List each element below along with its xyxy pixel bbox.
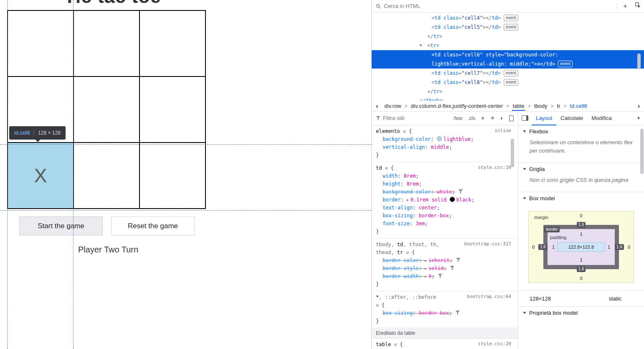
- board-cell[interactable]: [139, 76, 205, 143]
- css-declaration[interactable]: font-size: 3em;: [372, 220, 518, 228]
- breadcrumb-item[interactable]: div.column.d-flex.justify-content-center: [410, 101, 505, 111]
- box-model-content-area[interactable]: 122.8×122.8: [557, 242, 605, 252]
- toggle-pseudo-classes-button[interactable]: :hov: [453, 115, 462, 121]
- flexbox-section-header[interactable]: Flexbox: [518, 125, 644, 138]
- breadcrumb-back-icon[interactable]: ‹: [372, 102, 382, 110]
- start-game-button[interactable]: Start the game: [19, 217, 103, 235]
- css-declaration[interactable]: vertical-align: middle;: [372, 143, 518, 151]
- markup-line[interactable]: </tbody>: [372, 96, 644, 101]
- dark-scheme-simulation-icon[interactable]: ◐: [500, 115, 504, 121]
- margin-top-value[interactable]: 0: [528, 213, 634, 218]
- expand-arrow-icon[interactable]: ▶: [407, 198, 409, 202]
- board-cell[interactable]: [8, 10, 74, 76]
- board-cell[interactable]: [74, 10, 139, 76]
- padding-top-value[interactable]: 1: [528, 232, 634, 237]
- filter-styles-input[interactable]: Filtra stili: [376, 115, 447, 121]
- padding-bottom-value[interactable]: 1: [528, 257, 634, 262]
- stylesheet-link[interactable]: style.css:20: [478, 341, 511, 346]
- css-declaration[interactable]: box-sizing: border-box;: [372, 309, 518, 317]
- event-badge[interactable]: event: [504, 24, 518, 31]
- expand-arrow-icon[interactable]: ▶: [425, 275, 427, 278]
- css-declaration[interactable]: text-align: center;: [372, 204, 518, 212]
- toggle-classes-button[interactable]: .cls: [468, 115, 475, 121]
- overridden-filter-icon[interactable]: [458, 189, 463, 194]
- add-rule-button[interactable]: +: [481, 115, 484, 122]
- print-simulation-icon[interactable]: [509, 115, 514, 121]
- breadcrumb-forward-icon[interactable]: ›: [634, 102, 644, 110]
- css-declaration[interactable]: border-width: ▶0;: [372, 273, 518, 280]
- border-left-value[interactable]: 1.6: [538, 244, 548, 250]
- tab-changes[interactable]: Modifica: [587, 111, 616, 125]
- markup-line[interactable]: <td class="cell6" style="background-colo…: [372, 50, 644, 59]
- event-badge[interactable]: event: [504, 70, 518, 76]
- border-right-value[interactable]: 1.6: [615, 244, 624, 250]
- event-badge[interactable]: event: [504, 79, 518, 86]
- breadcrumb-item[interactable]: tbody: [533, 101, 549, 111]
- stylesheet-link[interactable]: bootstrap.css:64: [467, 294, 511, 299]
- board-cell[interactable]: [139, 10, 205, 76]
- css-declaration[interactable]: box-sizing: border-box;: [372, 212, 518, 220]
- overridden-filter-icon[interactable]: [456, 258, 461, 262]
- margin-left-value[interactable]: 0: [532, 245, 535, 250]
- markup-line[interactable]: lightblue;vertical-align: middle;">x</td…: [372, 59, 644, 69]
- sidebar-scrollbar[interactable]: [640, 129, 644, 174]
- tab-layout[interactable]: Layout: [532, 111, 556, 125]
- stylesheet-link[interactable]: style.css:10: [478, 165, 511, 170]
- overridden-filter-icon[interactable]: [438, 274, 442, 278]
- board-cell[interactable]: [74, 143, 139, 209]
- css-declaration[interactable]: border-color: ▶inherit;: [372, 257, 518, 265]
- stylesheet-link[interactable]: inline: [494, 128, 511, 133]
- markup-line[interactable]: <td class="cell8"></td>event: [372, 78, 644, 87]
- stylesheet-link[interactable]: bootstrap.css:317: [464, 241, 511, 247]
- markup-line[interactable]: <td class="cell5"></td>event: [372, 23, 644, 32]
- event-badge[interactable]: event: [504, 15, 518, 21]
- markup-line[interactable]: </tr>: [372, 32, 644, 41]
- selector-highlighter-icon[interactable]: ⚙: [406, 250, 409, 255]
- toggle-split-console-icon[interactable]: [522, 115, 528, 121]
- markup-line[interactable]: <td class="cell4"></td>event: [372, 13, 644, 23]
- markup-search-input[interactable]: Cerca in HTML: [372, 3, 615, 9]
- selector-highlighter-icon[interactable]: ⚙: [403, 129, 406, 134]
- expand-arrow-icon[interactable]: ▶: [425, 267, 427, 270]
- border-top-value[interactable]: 1.6: [577, 222, 586, 228]
- box-model-section-header[interactable]: Box model: [518, 192, 644, 204]
- board-cell[interactable]: [74, 76, 139, 143]
- chevron-down-icon[interactable]: ▼: [636, 116, 641, 120]
- css-declaration[interactable]: background-color: lightblue;: [372, 135, 518, 143]
- grid-section-header[interactable]: Griglia: [518, 163, 644, 175]
- reset-game-button[interactable]: Reset the game: [111, 217, 195, 235]
- overridden-filter-icon[interactable]: [455, 311, 460, 315]
- event-badge[interactable]: event: [558, 61, 572, 67]
- rules-scrollbar[interactable]: [511, 139, 514, 167]
- color-swatch[interactable]: [437, 136, 442, 141]
- css-declaration[interactable]: height: 8rem;: [372, 180, 518, 188]
- pick-element-button[interactable]: [631, 0, 644, 12]
- selector-highlighter-icon[interactable]: ⚙: [376, 303, 379, 308]
- light-scheme-simulation-icon[interactable]: ☀: [490, 115, 495, 121]
- border-bottom-value[interactable]: 1.6: [577, 266, 586, 272]
- css-declaration[interactable]: background-color: white;: [372, 188, 518, 196]
- padding-right-value[interactable]: 1: [608, 245, 610, 250]
- css-declaration[interactable]: border-style: ▶solid;: [372, 265, 518, 273]
- markup-line[interactable]: <td class="cell7"></td>event: [372, 69, 644, 78]
- markup-line[interactable]: ▼<tr>: [372, 41, 644, 50]
- breadcrumb-item[interactable]: tr: [555, 101, 561, 111]
- css-declaration[interactable]: width: 8rem;: [372, 172, 518, 180]
- color-swatch[interactable]: [450, 197, 455, 202]
- board-cell[interactable]: [139, 143, 205, 209]
- expand-arrow-icon[interactable]: ▶: [425, 259, 427, 262]
- board-cell-selected[interactable]: X: [8, 143, 74, 209]
- margin-bottom-value[interactable]: 0: [528, 276, 634, 281]
- breadcrumb-item[interactable]: table: [511, 101, 525, 111]
- box-model-properties-header[interactable]: Proprietà box model: [518, 307, 644, 319]
- overridden-filter-icon[interactable]: [450, 266, 454, 270]
- tab-computed[interactable]: Calcolate: [556, 111, 587, 125]
- add-node-button[interactable]: +: [619, 0, 631, 12]
- css-declaration[interactable]: border: ▶0.1rem solid black;: [372, 196, 518, 204]
- breadcrumb-item[interactable]: div.row: [383, 101, 402, 111]
- padding-left-value[interactable]: 1: [552, 245, 555, 250]
- collapse-arrow-icon[interactable]: ▼: [420, 41, 422, 50]
- selector-highlighter-icon[interactable]: ⚙: [394, 342, 397, 347]
- margin-right-value[interactable]: 0: [628, 245, 630, 250]
- markup-scrollbar[interactable]: [637, 53, 641, 69]
